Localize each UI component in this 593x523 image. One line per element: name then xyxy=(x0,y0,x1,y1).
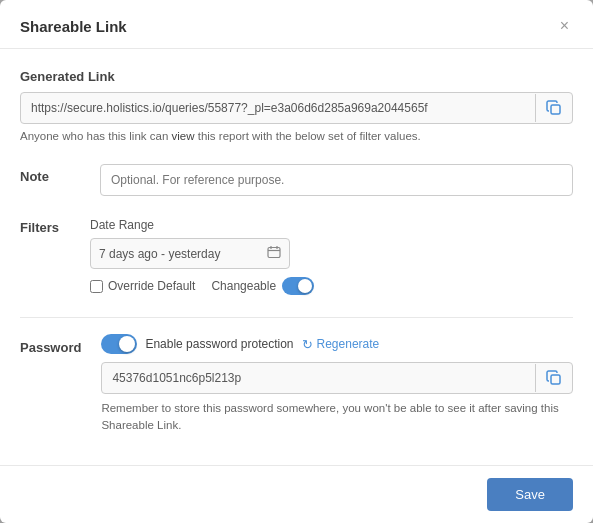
regenerate-icon: ↻ xyxy=(302,337,313,352)
password-toggle[interactable] xyxy=(101,334,137,354)
password-toggle-slider xyxy=(101,334,137,354)
helper-after: this report with the below set of filter… xyxy=(195,130,421,142)
password-content: Enable password protection ↻ Regenerate xyxy=(101,334,573,435)
filters-label: Filters xyxy=(20,218,70,235)
modal-body: Generated Link Anyone who has this link … xyxy=(0,49,593,465)
changeable-toggle[interactable] xyxy=(282,277,314,295)
close-button[interactable]: × xyxy=(556,16,573,36)
password-warning: Remember to store this password somewher… xyxy=(101,400,573,435)
generated-link-input[interactable] xyxy=(21,93,535,123)
date-range-input[interactable]: 7 days ago - yesterday xyxy=(90,238,290,269)
svg-rect-5 xyxy=(551,375,560,384)
svg-rect-1 xyxy=(268,248,280,258)
copy-password-icon xyxy=(546,370,562,386)
password-enable-row: Enable password protection ↻ Regenerate xyxy=(101,334,573,354)
date-range-label: Date Range xyxy=(90,218,573,232)
regenerate-label: Regenerate xyxy=(317,337,380,351)
filters-content: Date Range 7 days ago - yesterday xyxy=(90,218,573,295)
shareable-link-modal: Shareable Link × Generated Link xyxy=(0,0,593,523)
password-enable-label: Enable password protection xyxy=(145,337,293,351)
copy-link-button[interactable] xyxy=(535,94,572,122)
save-button[interactable]: Save xyxy=(487,478,573,511)
date-range-value: 7 days ago - yesterday xyxy=(99,247,220,261)
password-label: Password xyxy=(20,334,81,355)
changeable-row: Changeable xyxy=(211,277,314,295)
modal-footer: Save xyxy=(0,465,593,523)
changeable-toggle-slider xyxy=(282,277,314,295)
copy-password-button[interactable] xyxy=(535,364,572,392)
override-default-checkbox[interactable] xyxy=(90,280,103,293)
helper-text: Anyone who has this link can view this r… xyxy=(20,130,573,142)
modal-header: Shareable Link × xyxy=(0,0,593,49)
note-label: Note xyxy=(20,169,80,184)
password-section: Password Enable password protection ↻ Re… xyxy=(20,334,573,435)
note-section: Note xyxy=(20,164,573,196)
generated-link-section: Generated Link Anyone who has this link … xyxy=(20,69,573,142)
calendar-icon xyxy=(267,245,281,262)
helper-em: view xyxy=(172,130,195,142)
password-input[interactable] xyxy=(102,363,535,393)
password-input-row xyxy=(101,362,573,394)
modal-overlay: Shareable Link × Generated Link xyxy=(0,0,593,523)
modal-title: Shareable Link xyxy=(20,18,127,35)
helper-before: Anyone who has this link can xyxy=(20,130,172,142)
generated-link-label: Generated Link xyxy=(20,69,573,84)
note-input[interactable] xyxy=(100,164,573,196)
generated-link-input-row xyxy=(20,92,573,124)
regenerate-button[interactable]: ↻ Regenerate xyxy=(302,337,380,352)
svg-rect-0 xyxy=(551,105,560,114)
filters-section: Filters Date Range 7 days ago - yesterda… xyxy=(20,218,573,295)
copy-icon xyxy=(546,100,562,116)
divider xyxy=(20,317,573,318)
override-default-label[interactable]: Override Default xyxy=(108,279,195,293)
changeable-label: Changeable xyxy=(211,279,276,293)
filter-options: Override Default Changeable xyxy=(90,277,573,295)
override-default-row: Override Default xyxy=(90,279,195,293)
